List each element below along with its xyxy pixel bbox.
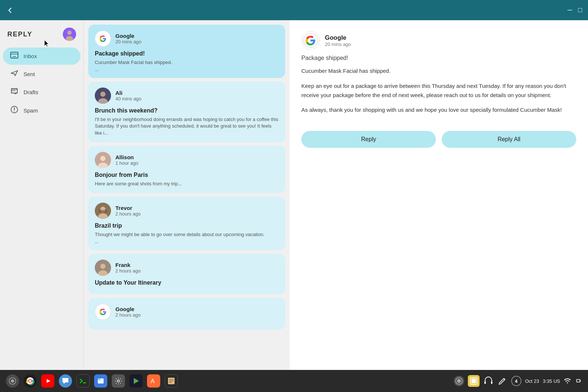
svg-point-8	[100, 92, 105, 97]
spam-icon	[10, 106, 18, 115]
email-preview-3: Here are some great shots from my trip..…	[95, 181, 279, 187]
svg-point-5	[14, 111, 15, 112]
email-time-3: 1 hour ago	[115, 160, 138, 166]
email-avatar-2	[95, 88, 111, 104]
sidebar-item-spam[interactable]: Spam	[3, 101, 80, 120]
email-item-3[interactable]: Allison 1 hour ago Bonjour from Paris He…	[88, 146, 285, 193]
svg-point-35	[117, 380, 119, 382]
email-subject-4: Brazil trip	[95, 222, 279, 229]
notification-badge[interactable]: 4	[511, 376, 521, 386]
taskbar-icon-appstore[interactable]: A	[147, 374, 160, 388]
email-header-5: Frank 2 hours ago	[95, 260, 279, 276]
taskbar-icon-play[interactable]	[129, 374, 143, 388]
taskbar-yellow-box[interactable]	[468, 375, 480, 387]
drafts-label: Drafts	[24, 89, 38, 95]
reply-button[interactable]: Reply	[301, 131, 436, 148]
email-ellipsis-1: ...	[95, 67, 279, 72]
email-sender-2: Ali	[115, 90, 141, 96]
email-item-5[interactable]: Frank 2 hours ago Update to Your Itinera…	[88, 254, 285, 294]
maximize-button[interactable]: □	[578, 6, 582, 14]
email-avatar-3	[95, 152, 111, 168]
detail-header: Google 20 mins ago	[301, 31, 576, 50]
email-time-6: 2 hours ago	[115, 312, 141, 318]
svg-rect-45	[472, 379, 476, 383]
back-button[interactable]	[6, 6, 14, 14]
app-title: REPLY	[7, 31, 32, 38]
taskbar-icon-chrome[interactable]	[24, 374, 37, 388]
email-preview-1: Cucumber Mask Facial has shipped.	[95, 59, 279, 66]
svg-marker-36	[134, 378, 139, 384]
email-item-2[interactable]: Ali 40 mins ago Brunch this weekend? I'l…	[88, 82, 285, 142]
svg-rect-3	[11, 52, 18, 58]
taskbar-icon-files[interactable]	[94, 374, 107, 388]
email-sender-3: Allison	[115, 154, 138, 160]
email-header-1: Google 20 mins ago	[95, 31, 279, 47]
headphones-icon[interactable]	[483, 376, 494, 386]
taskbar-date: Oct 23	[525, 378, 539, 384]
taskbar-icon-notes[interactable]	[165, 374, 178, 388]
reply-all-button[interactable]: Reply All	[442, 131, 576, 148]
email-avatar-5	[95, 260, 111, 276]
email-preview-4: Thought we might be able to go over some…	[95, 231, 279, 238]
window-controls: ─ □	[567, 6, 582, 14]
sent-label: Sent	[24, 71, 35, 77]
email-time-2: 40 mins ago	[115, 96, 141, 101]
email-item-1[interactable]: Google 20 mins ago Package shipped! Cucu…	[88, 25, 285, 78]
minimize-button[interactable]: ─	[567, 6, 572, 14]
drafts-icon	[10, 88, 18, 96]
email-sender-1: Google	[115, 33, 141, 39]
email-meta-2: Ali 40 mins ago	[115, 90, 141, 101]
email-subject-3: Bonjour from Paris	[95, 172, 279, 178]
taskbar-icon-youtube[interactable]	[41, 374, 54, 388]
circle-icon[interactable]	[454, 376, 464, 386]
avatar[interactable]	[63, 28, 76, 41]
pen-icon[interactable]	[497, 376, 508, 386]
email-meta-1: Google 20 mins ago	[115, 33, 141, 44]
battery-icon	[575, 377, 582, 385]
svg-point-1	[67, 31, 72, 35]
sent-icon	[10, 70, 18, 78]
taskbar-icon-camera[interactable]	[6, 374, 19, 388]
sidebar-item-drafts[interactable]: Drafts	[3, 83, 80, 101]
email-avatar-1	[95, 31, 111, 47]
email-header-6: Google 2 hours ago	[95, 304, 279, 320]
email-ellipsis-4: ...	[95, 239, 279, 244]
email-header-2: Ali 40 mins ago	[95, 88, 279, 104]
email-time-1: 20 mins ago	[115, 39, 141, 44]
detail-meta: Google 20 mins ago	[325, 34, 351, 47]
sidebar-item-inbox[interactable]: Inbox	[3, 47, 80, 65]
svg-point-11	[100, 156, 105, 161]
email-avatar-6	[95, 304, 111, 320]
taskbar-icon-settings[interactable]	[112, 374, 125, 388]
detail-time: 20 mins ago	[325, 42, 351, 47]
email-sender-6: Google	[115, 306, 141, 312]
svg-marker-31	[47, 379, 50, 383]
taskbar-icon-terminal[interactable]	[76, 374, 90, 388]
svg-rect-34	[98, 378, 101, 380]
email-subject-1: Package shipped!	[95, 50, 279, 57]
email-list: Google 20 mins ago Package shipped! Cucu…	[84, 20, 290, 370]
sidebar-item-sent[interactable]: Sent	[3, 65, 80, 83]
svg-point-20	[100, 264, 105, 269]
email-item-6[interactable]: Google 2 hours ago	[88, 298, 285, 329]
email-meta-4: Trevor 2 hours ago	[115, 205, 141, 217]
detail-body: Cucumber Mask Facial has shipped. Keep a…	[301, 67, 576, 121]
svg-rect-46	[484, 381, 486, 384]
taskbar-time: 3:35 US	[543, 378, 560, 384]
email-preview-2: I'll be in your neighborhood doing erran…	[95, 116, 279, 136]
detail-body-line3: As always, thank you for shopping with u…	[301, 106, 576, 115]
email-subject-5: Update to Your Itinerary	[95, 279, 279, 286]
email-sender-5: Frank	[115, 262, 141, 268]
inbox-icon	[10, 52, 18, 60]
email-sender-4: Trevor	[115, 205, 141, 211]
system-tray: 4 Oct 23 3:35 US	[454, 375, 582, 387]
detail-sender: Google	[325, 34, 351, 42]
email-meta-6: Google 2 hours ago	[115, 306, 141, 318]
spam-label: Spam	[24, 107, 38, 114]
taskbar-icon-messages[interactable]	[59, 374, 72, 388]
email-detail: Google 20 mins ago Package shipped! Cucu…	[290, 20, 588, 370]
detail-actions: Reply Reply All	[301, 131, 576, 148]
app-container: REPLY	[0, 20, 588, 370]
email-item-4[interactable]: Trevor 2 hours ago Brazil trip Thought w…	[88, 197, 285, 250]
sidebar-nav: Inbox Sent	[0, 47, 83, 120]
